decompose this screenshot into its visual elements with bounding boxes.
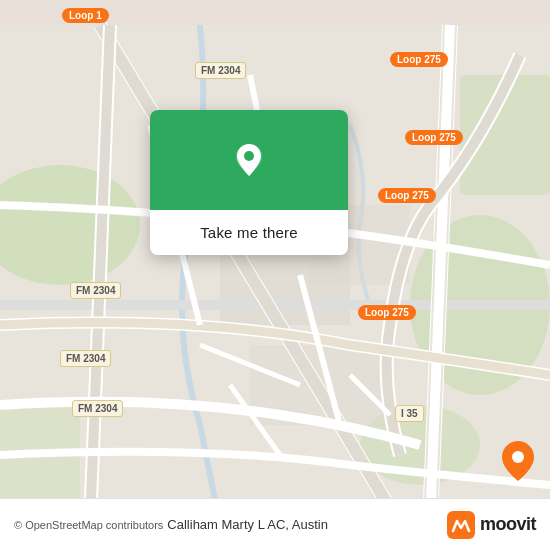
moovit-logo: moovit [447,511,536,539]
bottom-bar: © OpenStreetMap contributors Calliham Ma… [0,498,550,550]
moovit-icon [447,511,475,539]
road-label-fm2304-top: FM 2304 [195,62,246,79]
map-container: FM 2304 FM 2304 FM 2304 FM 2304 I 35 Loo… [0,0,550,550]
location-name: Calliham Marty L AC, Austin [167,517,447,532]
road-label-i35: I 35 [395,405,424,422]
road-label-fm2304-bot2: FM 2304 [72,400,123,417]
svg-point-10 [244,151,254,161]
attribution: © OpenStreetMap contributors [14,519,163,531]
location-pin-icon [227,138,271,182]
map-background [0,0,550,550]
loop-label-275-2: Loop 275 [405,130,463,145]
loop-label-1: Loop 1 [62,8,109,23]
loop-label-275-4: Loop 275 [358,305,416,320]
loop-label-275-1: Loop 275 [390,52,448,67]
moovit-map-pin [502,441,534,485]
brand-name: moovit [480,514,536,535]
svg-point-11 [512,451,524,463]
popup-card: Take me there [150,110,348,255]
road-label-fm2304-mid: FM 2304 [70,282,121,299]
loop-label-275-3: Loop 275 [378,188,436,203]
road-label-fm2304-bot1: FM 2304 [60,350,111,367]
popup-header [150,110,348,210]
svg-rect-12 [447,511,475,539]
take-me-there-button[interactable]: Take me there [150,210,348,255]
